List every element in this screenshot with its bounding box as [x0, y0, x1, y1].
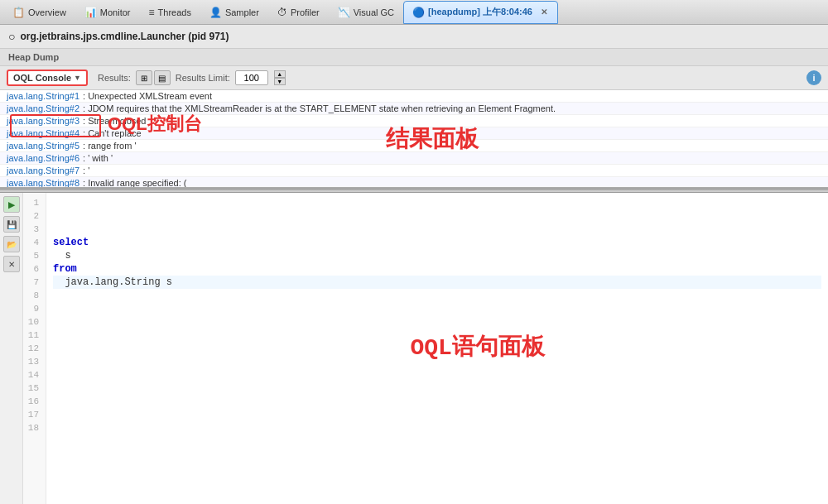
main-container: ○ org.jetbrains.jps.cmdline.Launcher (pi… [0, 25, 828, 504]
table-row: java.lang.String#2: JDOM requires that t… [0, 103, 828, 115]
results-table-icon[interactable]: ⊞ [136, 70, 152, 85]
code-line [53, 395, 821, 408]
title-checkbox: ○ [8, 30, 15, 43]
results-limit-input[interactable] [235, 70, 268, 85]
code-line [53, 289, 821, 302]
editor-content[interactable]: 123456789101112131415161718 OQL语句面板 sele… [23, 193, 828, 504]
table-row: java.lang.String#6: ' with ' [0, 152, 828, 165]
result-desc: : Unexpected XMLStream event [83, 91, 212, 101]
save-query-button[interactable]: 💾 [3, 216, 20, 233]
result-link[interactable]: java.lang.String#5 [7, 141, 79, 151]
code-line [53, 382, 821, 395]
code-line [53, 461, 821, 474]
tab-visual-gc[interactable]: 📉 Visual GC [329, 1, 403, 24]
result-desc: : Invalid range specified: ( [83, 178, 186, 188]
threads-icon: ≡ [149, 7, 155, 18]
result-desc: : JDOM requires that the XMLStreamReader… [83, 103, 556, 113]
run-query-button[interactable]: ▶ [3, 196, 20, 213]
table-row: java.lang.String#7: ' [0, 165, 828, 177]
overview-icon: 📋 [12, 7, 25, 18]
table-row: java.lang.String#4: Can't replace [0, 127, 828, 140]
code-line [53, 421, 821, 434]
code-line [53, 355, 821, 368]
result-desc: : range from ' [83, 141, 136, 151]
info-button[interactable]: i [806, 70, 821, 85]
line-numbers: 123456789101112131415161718 [23, 193, 46, 504]
code-line [53, 368, 821, 382]
code-line [53, 329, 821, 342]
tab-close-button[interactable]: ✕ [539, 7, 549, 17]
code-lines: select sfrom java.lang.String s [53, 236, 821, 474]
load-query-button[interactable]: 📂 [3, 236, 20, 252]
code-line [53, 315, 821, 329]
results-icon-group: ⊞ ▤ [136, 70, 171, 85]
toolbar-container: OQL Console ▼ Results: ⊞ ▤ Results Limit… [0, 66, 828, 90]
title-row: ○ org.jetbrains.jps.cmdline.Launcher (pi… [0, 25, 828, 49]
result-link[interactable]: java.lang.String#6 [7, 153, 79, 163]
result-link[interactable]: java.lang.String#1 [7, 91, 79, 101]
results-label: Results: [98, 73, 131, 83]
oql-editor-panel: ▶ 💾 📂 ✕ 123456789101112131415161718 OQL语… [0, 193, 828, 504]
editor-sidebar: ▶ 💾 📂 ✕ [0, 193, 23, 504]
tab-profiler[interactable]: ⏱ Profiler [268, 1, 329, 24]
result-link[interactable]: java.lang.String#8 [7, 178, 79, 188]
tab-heapdump[interactable]: 🔵 [heapdump] 上午8:04:46 ✕ [403, 1, 558, 24]
visual-gc-icon: 📉 [338, 7, 350, 18]
results-limit-label: Results Limit: [176, 73, 230, 83]
result-desc: : Can't replace [83, 128, 142, 138]
spinner-up-button[interactable]: ▲ [274, 70, 286, 78]
tab-bar: 📋 Overview 📊 Monitor ≡ Threads 👤 Sampler… [0, 0, 828, 25]
profiler-icon: ⏱ [277, 7, 287, 18]
toolbar: OQL Console ▼ Results: ⊞ ▤ Results Limit… [0, 66, 828, 90]
code-line [53, 342, 821, 355]
result-link[interactable]: java.lang.String#3 [7, 116, 79, 126]
tab-overview[interactable]: 📋 Overview [3, 1, 75, 24]
table-row: java.lang.String#3: Stream closed [0, 115, 828, 127]
code-line: java.lang.String s [53, 276, 821, 289]
results-list-icon[interactable]: ▤ [154, 70, 171, 85]
tab-sampler[interactable]: 👤 Sampler [200, 1, 268, 24]
result-desc: : Stream closed [83, 116, 146, 126]
heap-dump-label: Heap Dump [0, 49, 828, 66]
spinner-down-button[interactable]: ▼ [274, 78, 286, 85]
result-link[interactable]: java.lang.String#4 [7, 128, 79, 138]
clear-query-button[interactable]: ✕ [3, 256, 20, 272]
results-list: java.lang.String#1: Unexpected XMLStream… [0, 90, 828, 189]
monitor-icon: 📊 [84, 7, 97, 18]
code-line [53, 434, 821, 448]
code-line: from [53, 262, 821, 276]
tab-monitor[interactable]: 📊 Monitor [75, 1, 140, 24]
oql-console-label: OQL Console [13, 73, 71, 83]
editor-text[interactable]: OQL语句面板 select sfrom java.lang.String s [46, 193, 828, 504]
tab-threads[interactable]: ≡ Threads [140, 1, 200, 24]
table-row: java.lang.String#1: Unexpected XMLStream… [0, 90, 828, 103]
table-row: java.lang.String#5: range from ' [0, 140, 828, 152]
code-line: s [53, 249, 821, 262]
oql-console-button[interactable]: OQL Console ▼ [7, 70, 88, 86]
table-row: java.lang.String#8: Invalid range specif… [0, 177, 828, 189]
code-line [53, 302, 821, 315]
result-desc: : ' [83, 166, 89, 175]
heapdump-icon: 🔵 [412, 7, 425, 18]
result-desc: : ' with ' [83, 153, 113, 163]
result-link[interactable]: java.lang.String#2 [7, 103, 79, 113]
dropdown-arrow-icon: ▼ [74, 74, 81, 82]
result-link[interactable]: java.lang.String#7 [7, 166, 79, 175]
code-line [53, 408, 821, 421]
code-line [53, 448, 821, 461]
app-title: org.jetbrains.jps.cmdline.Launcher (pid … [20, 31, 229, 42]
code-line: select [53, 236, 821, 249]
results-limit-spinner[interactable]: ▲ ▼ [274, 70, 286, 85]
results-panel[interactable]: 结果面板 java.lang.String#1: Unexpected XMLS… [0, 90, 828, 189]
sampler-icon: 👤 [209, 7, 222, 18]
